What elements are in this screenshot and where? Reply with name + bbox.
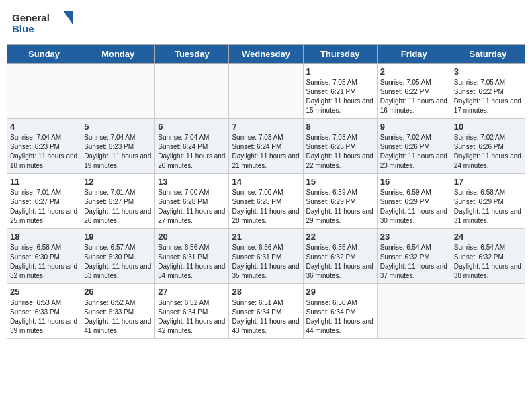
calendar-day-cell: 13Sunrise: 7:00 AM Sunset: 6:28 PM Dayli…	[155, 174, 229, 229]
day-info: Sunrise: 6:59 AM Sunset: 6:29 PM Dayligh…	[306, 188, 374, 226]
day-info: Sunrise: 6:56 AM Sunset: 6:31 PM Dayligh…	[232, 243, 300, 281]
day-info: Sunrise: 7:00 AM Sunset: 6:28 PM Dayligh…	[232, 188, 300, 226]
calendar-day-cell: 23Sunrise: 6:54 AM Sunset: 6:32 PM Dayli…	[377, 229, 451, 284]
day-number: 1	[306, 66, 374, 77]
day-of-week-header: Friday	[377, 45, 451, 64]
day-number: 23	[380, 232, 448, 242]
calendar-day-cell: 18Sunrise: 6:58 AM Sunset: 6:30 PM Dayli…	[7, 229, 81, 284]
day-of-week-header: Thursday	[303, 45, 377, 64]
day-info: Sunrise: 6:58 AM Sunset: 6:29 PM Dayligh…	[454, 188, 522, 226]
calendar-day-cell: 28Sunrise: 6:51 AM Sunset: 6:34 PM Dayli…	[229, 284, 303, 339]
calendar-day-cell: 25Sunrise: 6:53 AM Sunset: 6:33 PM Dayli…	[7, 284, 81, 339]
day-number: 13	[158, 177, 226, 187]
calendar-day-cell: 22Sunrise: 6:55 AM Sunset: 6:32 PM Dayli…	[303, 229, 377, 284]
day-info: Sunrise: 7:02 AM Sunset: 6:26 PM Dayligh…	[454, 133, 522, 171]
calendar-day-cell: 15Sunrise: 6:59 AM Sunset: 6:29 PM Dayli…	[303, 174, 377, 229]
day-info: Sunrise: 7:05 AM Sunset: 6:22 PM Dayligh…	[454, 78, 522, 116]
day-info: Sunrise: 6:55 AM Sunset: 6:32 PM Dayligh…	[306, 243, 374, 281]
calendar-day-cell: 14Sunrise: 7:00 AM Sunset: 6:28 PM Dayli…	[229, 174, 303, 229]
day-number: 4	[10, 122, 78, 132]
calendar-day-cell: 10Sunrise: 7:02 AM Sunset: 6:26 PM Dayli…	[451, 119, 525, 174]
day-number: 6	[158, 122, 226, 132]
day-info: Sunrise: 7:05 AM Sunset: 6:21 PM Dayligh…	[306, 78, 374, 116]
calendar-day-cell: 19Sunrise: 6:57 AM Sunset: 6:30 PM Dayli…	[81, 229, 155, 284]
day-number: 28	[232, 287, 300, 297]
day-number: 19	[84, 232, 152, 242]
day-number: 27	[158, 287, 226, 297]
calendar-day-cell: 21Sunrise: 6:56 AM Sunset: 6:31 PM Dayli…	[229, 229, 303, 284]
day-info: Sunrise: 6:51 AM Sunset: 6:34 PM Dayligh…	[232, 298, 300, 336]
calendar-day-cell: 2Sunrise: 7:05 AM Sunset: 6:22 PM Daylig…	[377, 64, 451, 119]
day-number: 17	[454, 177, 522, 187]
day-number: 5	[84, 122, 152, 132]
calendar-day-cell: 11Sunrise: 7:01 AM Sunset: 6:27 PM Dayli…	[7, 174, 81, 229]
calendar-day-cell	[155, 64, 229, 119]
calendar-day-cell: 9Sunrise: 7:02 AM Sunset: 6:26 PM Daylig…	[377, 119, 451, 174]
logo: GeneralBlue	[12, 9, 86, 36]
day-info: Sunrise: 6:50 AM Sunset: 6:34 PM Dayligh…	[306, 298, 374, 336]
day-info: Sunrise: 7:04 AM Sunset: 6:24 PM Dayligh…	[158, 133, 226, 171]
day-info: Sunrise: 7:03 AM Sunset: 6:25 PM Dayligh…	[306, 133, 374, 171]
day-info: Sunrise: 6:53 AM Sunset: 6:33 PM Dayligh…	[10, 298, 78, 336]
calendar-table: SundayMondayTuesdayWednesdayThursdayFrid…	[7, 44, 525, 339]
day-of-week-header: Saturday	[451, 45, 525, 64]
day-number: 10	[454, 122, 522, 132]
day-info: Sunrise: 6:54 AM Sunset: 6:32 PM Dayligh…	[454, 243, 522, 281]
calendar-day-cell: 24Sunrise: 6:54 AM Sunset: 6:32 PM Dayli…	[451, 229, 525, 284]
day-info: Sunrise: 6:58 AM Sunset: 6:30 PM Dayligh…	[10, 243, 78, 281]
day-info: Sunrise: 6:52 AM Sunset: 6:34 PM Dayligh…	[158, 298, 226, 336]
calendar-day-cell	[7, 64, 81, 119]
day-info: Sunrise: 7:03 AM Sunset: 6:24 PM Dayligh…	[232, 133, 300, 171]
page-header: GeneralBlue	[7, 7, 525, 39]
day-number: 12	[84, 177, 152, 187]
calendar-week-row: 18Sunrise: 6:58 AM Sunset: 6:30 PM Dayli…	[7, 229, 525, 284]
calendar-day-cell: 29Sunrise: 6:50 AM Sunset: 6:34 PM Dayli…	[303, 284, 377, 339]
calendar-day-cell: 17Sunrise: 6:58 AM Sunset: 6:29 PM Dayli…	[451, 174, 525, 229]
calendar-week-row: 1Sunrise: 7:05 AM Sunset: 6:21 PM Daylig…	[7, 64, 525, 119]
day-of-week-header: Tuesday	[155, 45, 229, 64]
day-info: Sunrise: 6:52 AM Sunset: 6:33 PM Dayligh…	[84, 298, 152, 336]
day-info: Sunrise: 7:01 AM Sunset: 6:27 PM Dayligh…	[10, 188, 78, 226]
day-number: 16	[380, 177, 448, 187]
day-number: 20	[158, 232, 226, 242]
calendar-day-cell: 6Sunrise: 7:04 AM Sunset: 6:24 PM Daylig…	[155, 119, 229, 174]
svg-text:General: General	[12, 12, 50, 24]
calendar-day-cell: 3Sunrise: 7:05 AM Sunset: 6:22 PM Daylig…	[451, 64, 525, 119]
calendar-day-cell	[229, 64, 303, 119]
day-number: 26	[84, 287, 152, 297]
svg-text:Blue: Blue	[12, 23, 34, 34]
calendar-day-cell: 8Sunrise: 7:03 AM Sunset: 6:25 PM Daylig…	[303, 119, 377, 174]
calendar-day-cell: 12Sunrise: 7:01 AM Sunset: 6:27 PM Dayli…	[81, 174, 155, 229]
day-number: 8	[306, 122, 374, 132]
day-number: 7	[232, 122, 300, 132]
day-number: 24	[454, 232, 522, 242]
calendar-day-cell: 16Sunrise: 6:59 AM Sunset: 6:29 PM Dayli…	[377, 174, 451, 229]
day-info: Sunrise: 6:59 AM Sunset: 6:29 PM Dayligh…	[380, 188, 448, 226]
calendar-day-cell: 4Sunrise: 7:04 AM Sunset: 6:23 PM Daylig…	[7, 119, 81, 174]
calendar-day-cell	[451, 284, 525, 339]
day-number: 11	[10, 177, 78, 187]
day-info: Sunrise: 6:57 AM Sunset: 6:30 PM Dayligh…	[84, 243, 152, 281]
day-number: 9	[380, 122, 448, 132]
calendar-day-cell: 26Sunrise: 6:52 AM Sunset: 6:33 PM Dayli…	[81, 284, 155, 339]
day-number: 25	[10, 287, 78, 297]
day-info: Sunrise: 7:05 AM Sunset: 6:22 PM Dayligh…	[380, 78, 448, 116]
day-of-week-header: Wednesday	[229, 45, 303, 64]
day-number: 21	[232, 232, 300, 242]
calendar-week-row: 11Sunrise: 7:01 AM Sunset: 6:27 PM Dayli…	[7, 174, 525, 229]
day-info: Sunrise: 7:04 AM Sunset: 6:23 PM Dayligh…	[10, 133, 78, 171]
day-number: 3	[454, 66, 522, 77]
calendar-header-row: SundayMondayTuesdayWednesdayThursdayFrid…	[7, 45, 525, 64]
day-number: 2	[380, 66, 448, 77]
day-of-week-header: Monday	[81, 45, 155, 64]
day-info: Sunrise: 6:56 AM Sunset: 6:31 PM Dayligh…	[158, 243, 226, 281]
svg-marker-2	[63, 11, 73, 24]
calendar-day-cell: 20Sunrise: 6:56 AM Sunset: 6:31 PM Dayli…	[155, 229, 229, 284]
calendar-day-cell: 7Sunrise: 7:03 AM Sunset: 6:24 PM Daylig…	[229, 119, 303, 174]
day-info: Sunrise: 6:54 AM Sunset: 6:32 PM Dayligh…	[380, 243, 448, 281]
calendar-week-row: 4Sunrise: 7:04 AM Sunset: 6:23 PM Daylig…	[7, 119, 525, 174]
calendar-day-cell	[81, 64, 155, 119]
generalblue-logo: GeneralBlue	[12, 9, 86, 36]
calendar-week-row: 25Sunrise: 6:53 AM Sunset: 6:33 PM Dayli…	[7, 284, 525, 339]
day-info: Sunrise: 7:00 AM Sunset: 6:28 PM Dayligh…	[158, 188, 226, 226]
